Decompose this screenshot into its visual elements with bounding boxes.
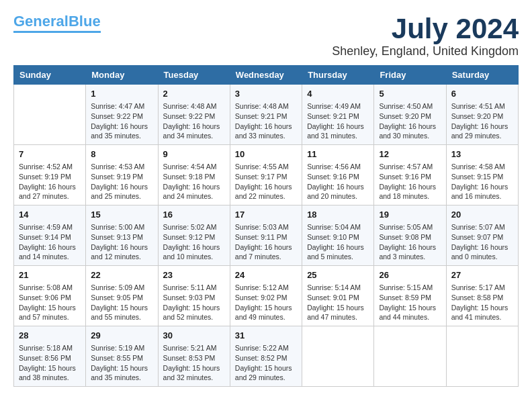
cell-content: Sunrise: 5:22 AM Sunset: 8:52 PM Dayligh… (235, 343, 297, 383)
cell-content: Sunrise: 4:51 AM Sunset: 9:20 PM Dayligh… (451, 101, 513, 141)
day-number: 28 (19, 330, 81, 342)
day-number: 22 (91, 269, 152, 281)
cell-content: Sunrise: 5:02 AM Sunset: 9:12 PM Dayligh… (163, 222, 225, 262)
day-number: 20 (451, 209, 513, 221)
day-number: 10 (235, 148, 297, 161)
calendar-cell (446, 326, 518, 386)
cell-content: Sunrise: 5:09 AM Sunset: 9:05 PM Dayligh… (91, 283, 152, 322)
calendar-cell: 21Sunrise: 5:08 AM Sunset: 9:06 PM Dayli… (14, 266, 86, 326)
day-number: 24 (235, 269, 297, 281)
calendar-cell: 4Sunrise: 4:49 AM Sunset: 9:21 PM Daylig… (302, 85, 374, 145)
day-number: 14 (19, 209, 81, 221)
day-number: 1 (91, 88, 152, 100)
day-number: 13 (451, 148, 513, 161)
calendar-header-row: SundayMondayTuesdayWednesdayThursdayFrid… (14, 66, 519, 85)
cell-content: Sunrise: 4:47 AM Sunset: 9:22 PM Dayligh… (91, 101, 152, 141)
day-number: 25 (307, 269, 369, 281)
day-number: 3 (235, 88, 297, 100)
calendar-cell: 1Sunrise: 4:47 AM Sunset: 9:22 PM Daylig… (86, 85, 158, 145)
cell-content: Sunrise: 4:48 AM Sunset: 9:22 PM Dayligh… (163, 101, 225, 141)
day-number: 21 (19, 269, 81, 281)
calendar-week-4: 21Sunrise: 5:08 AM Sunset: 9:06 PM Dayli… (14, 266, 519, 326)
calendar-cell: 29Sunrise: 5:19 AM Sunset: 8:55 PM Dayli… (86, 326, 158, 386)
calendar-cell: 16Sunrise: 5:02 AM Sunset: 9:12 PM Dayli… (158, 205, 230, 266)
calendar-cell: 8Sunrise: 4:53 AM Sunset: 9:19 PM Daylig… (86, 145, 158, 205)
cell-content: Sunrise: 4:54 AM Sunset: 9:18 PM Dayligh… (163, 162, 225, 201)
day-number: 15 (91, 209, 152, 221)
calendar-cell: 17Sunrise: 5:03 AM Sunset: 9:11 PM Dayli… (230, 205, 302, 266)
day-number: 5 (379, 88, 441, 100)
day-number: 7 (19, 148, 81, 161)
calendar-cell: 23Sunrise: 5:11 AM Sunset: 9:03 PM Dayli… (158, 266, 230, 326)
cell-content: Sunrise: 4:49 AM Sunset: 9:21 PM Dayligh… (307, 101, 369, 141)
day-number: 6 (451, 88, 513, 100)
day-number: 23 (163, 269, 225, 281)
col-header-friday: Friday (374, 66, 446, 85)
cell-content: Sunrise: 4:57 AM Sunset: 9:16 PM Dayligh… (379, 162, 441, 201)
calendar-week-1: 1Sunrise: 4:47 AM Sunset: 9:22 PM Daylig… (14, 85, 519, 145)
cell-content: Sunrise: 5:08 AM Sunset: 9:06 PM Dayligh… (19, 283, 81, 322)
cell-content: Sunrise: 4:59 AM Sunset: 9:14 PM Dayligh… (19, 222, 81, 262)
day-number: 18 (307, 209, 369, 221)
calendar-cell: 7Sunrise: 4:52 AM Sunset: 9:19 PM Daylig… (14, 145, 86, 205)
calendar-cell: 26Sunrise: 5:15 AM Sunset: 8:59 PM Dayli… (374, 266, 446, 326)
cell-content: Sunrise: 4:55 AM Sunset: 9:17 PM Dayligh… (235, 162, 297, 201)
calendar-cell: 20Sunrise: 5:07 AM Sunset: 9:07 PM Dayli… (446, 205, 518, 266)
col-header-thursday: Thursday (302, 66, 374, 85)
calendar-cell: 30Sunrise: 5:21 AM Sunset: 8:53 PM Dayli… (158, 326, 230, 386)
col-header-wednesday: Wednesday (230, 66, 302, 85)
logo-blue: Blue (69, 13, 101, 30)
calendar-cell: 27Sunrise: 5:17 AM Sunset: 8:58 PM Dayli… (446, 266, 518, 326)
day-number: 27 (451, 269, 513, 281)
calendar-cell: 22Sunrise: 5:09 AM Sunset: 9:05 PM Dayli… (86, 266, 158, 326)
cell-content: Sunrise: 5:00 AM Sunset: 9:13 PM Dayligh… (91, 222, 152, 262)
logo-underline (13, 31, 101, 33)
location-title: Shenley, England, United Kingdom (332, 44, 519, 58)
calendar-cell: 19Sunrise: 5:05 AM Sunset: 9:08 PM Dayli… (374, 205, 446, 266)
cell-content: Sunrise: 5:04 AM Sunset: 9:10 PM Dayligh… (307, 222, 369, 262)
day-number: 16 (163, 209, 225, 221)
page-header: GeneralBlue July 2024 Shenley, England, … (13, 13, 519, 58)
cell-content: Sunrise: 4:52 AM Sunset: 9:19 PM Dayligh… (19, 162, 81, 201)
month-title: July 2024 (332, 13, 519, 44)
cell-content: Sunrise: 5:21 AM Sunset: 8:53 PM Dayligh… (163, 343, 225, 383)
cell-content: Sunrise: 5:15 AM Sunset: 8:59 PM Dayligh… (379, 283, 441, 322)
calendar-cell (14, 85, 86, 145)
calendar-cell: 28Sunrise: 5:18 AM Sunset: 8:56 PM Dayli… (14, 326, 86, 386)
calendar-cell: 13Sunrise: 4:58 AM Sunset: 9:15 PM Dayli… (446, 145, 518, 205)
cell-content: Sunrise: 5:18 AM Sunset: 8:56 PM Dayligh… (19, 343, 81, 383)
day-number: 4 (307, 88, 369, 100)
cell-content: Sunrise: 5:03 AM Sunset: 9:11 PM Dayligh… (235, 222, 297, 262)
calendar-cell: 15Sunrise: 5:00 AM Sunset: 9:13 PM Dayli… (86, 205, 158, 266)
calendar-cell: 2Sunrise: 4:48 AM Sunset: 9:22 PM Daylig… (158, 85, 230, 145)
calendar-cell: 24Sunrise: 5:12 AM Sunset: 9:02 PM Dayli… (230, 266, 302, 326)
cell-content: Sunrise: 5:19 AM Sunset: 8:55 PM Dayligh… (91, 343, 152, 383)
calendar-cell: 5Sunrise: 4:50 AM Sunset: 9:20 PM Daylig… (374, 85, 446, 145)
calendar-cell: 9Sunrise: 4:54 AM Sunset: 9:18 PM Daylig… (158, 145, 230, 205)
cell-content: Sunrise: 5:05 AM Sunset: 9:08 PM Dayligh… (379, 222, 441, 262)
day-number: 11 (307, 148, 369, 161)
calendar-cell: 14Sunrise: 4:59 AM Sunset: 9:14 PM Dayli… (14, 205, 86, 266)
day-number: 26 (379, 269, 441, 281)
day-number: 17 (235, 209, 297, 221)
day-number: 9 (163, 148, 225, 161)
day-number: 30 (163, 330, 225, 342)
calendar-week-2: 7Sunrise: 4:52 AM Sunset: 9:19 PM Daylig… (14, 145, 519, 205)
cell-content: Sunrise: 4:48 AM Sunset: 9:21 PM Dayligh… (235, 101, 297, 141)
calendar-cell: 31Sunrise: 5:22 AM Sunset: 8:52 PM Dayli… (230, 326, 302, 386)
calendar-cell: 18Sunrise: 5:04 AM Sunset: 9:10 PM Dayli… (302, 205, 374, 266)
day-number: 8 (91, 148, 152, 161)
calendar-week-3: 14Sunrise: 4:59 AM Sunset: 9:14 PM Dayli… (14, 205, 519, 266)
cell-content: Sunrise: 5:11 AM Sunset: 9:03 PM Dayligh… (163, 283, 225, 322)
col-header-saturday: Saturday (446, 66, 518, 85)
col-header-sunday: Sunday (14, 66, 86, 85)
calendar-cell: 12Sunrise: 4:57 AM Sunset: 9:16 PM Dayli… (374, 145, 446, 205)
cell-content: Sunrise: 5:07 AM Sunset: 9:07 PM Dayligh… (451, 222, 513, 262)
calendar-cell: 11Sunrise: 4:56 AM Sunset: 9:16 PM Dayli… (302, 145, 374, 205)
day-number: 2 (163, 88, 225, 100)
col-header-tuesday: Tuesday (158, 66, 230, 85)
logo-general: General (13, 13, 69, 30)
calendar-cell: 25Sunrise: 5:14 AM Sunset: 9:01 PM Dayli… (302, 266, 374, 326)
cell-content: Sunrise: 4:56 AM Sunset: 9:16 PM Dayligh… (307, 162, 369, 201)
calendar-cell (374, 326, 446, 386)
